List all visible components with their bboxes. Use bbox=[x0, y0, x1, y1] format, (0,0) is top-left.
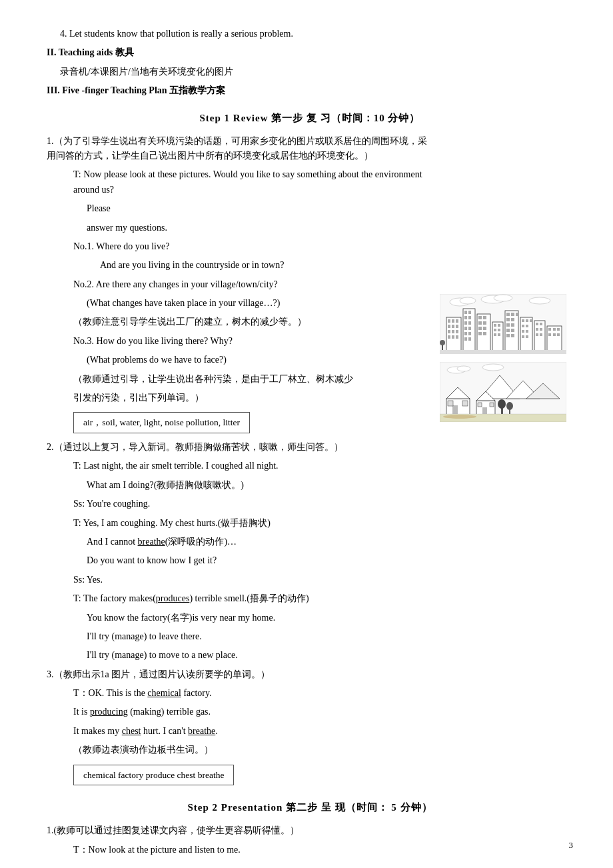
svg-rect-61 bbox=[522, 319, 524, 322]
svg-rect-73 bbox=[536, 328, 538, 331]
chest-underline: chest bbox=[122, 726, 141, 736]
svg-rect-38 bbox=[483, 327, 486, 330]
svg-point-105 bbox=[498, 399, 506, 409]
svg-rect-62 bbox=[526, 319, 528, 322]
svg-rect-13 bbox=[448, 330, 450, 333]
ss-coughing-line: Ss: You're coughing. bbox=[73, 497, 573, 511]
svg-rect-68 bbox=[522, 335, 524, 338]
svg-rect-72 bbox=[540, 323, 542, 325]
village-image bbox=[440, 362, 566, 422]
svg-rect-96 bbox=[452, 405, 458, 415]
please-line: Please bbox=[87, 201, 573, 216]
svg-rect-98 bbox=[462, 401, 468, 406]
svg-rect-11 bbox=[452, 325, 454, 328]
t-yes-line: T: Yes, I am coughing. My chest hurts.(做… bbox=[73, 516, 573, 531]
svg-rect-8 bbox=[452, 319, 454, 323]
svg-rect-30 bbox=[464, 337, 467, 341]
t-factory-line: T: The factory makes(produces) terrible … bbox=[73, 591, 573, 606]
svg-rect-44 bbox=[494, 329, 496, 331]
svg-rect-28 bbox=[464, 332, 467, 335]
svg-rect-37 bbox=[478, 327, 482, 330]
svg-rect-12 bbox=[456, 325, 458, 328]
svg-rect-60 bbox=[520, 317, 532, 351]
svg-rect-84 bbox=[440, 350, 566, 354]
svg-rect-103 bbox=[490, 403, 494, 407]
svg-rect-58 bbox=[506, 334, 510, 337]
item2-cn: 2.（通过以上复习，导入新词。教师捂胸做痛苦状，咳嗽，师生问答。） bbox=[47, 440, 573, 455]
svg-point-89 bbox=[457, 366, 470, 371]
svg-rect-21 bbox=[468, 311, 471, 314]
svg-rect-102 bbox=[478, 403, 482, 407]
produces-underline: produces bbox=[156, 593, 190, 603]
t-lastnight-line: T: Last night, the air smelt terrible. I… bbox=[73, 459, 573, 473]
svg-rect-56 bbox=[506, 329, 510, 332]
svg-rect-65 bbox=[526, 325, 528, 327]
svg-rect-31 bbox=[468, 337, 471, 341]
svg-rect-76 bbox=[540, 333, 542, 336]
svg-rect-75 bbox=[536, 333, 538, 336]
svg-rect-51 bbox=[516, 313, 518, 316]
svg-rect-82 bbox=[553, 333, 556, 336]
t-ok-line: T：OK. This is the chemical factory. bbox=[73, 686, 573, 701]
svg-rect-25 bbox=[468, 321, 471, 325]
you-know-line: You know the factory(名字)is very near my … bbox=[87, 611, 573, 625]
section3-header: III. Five -finger Teaching Plan 五指教学方案 bbox=[47, 83, 573, 98]
page-number: 3 bbox=[569, 840, 574, 851]
item1-step2-cn: 1.(教师可以通过挂图复述课文内容，使学生更容易听得懂。） bbox=[47, 823, 573, 838]
producing-underline: producing bbox=[90, 707, 128, 717]
svg-rect-23 bbox=[468, 316, 471, 319]
svg-rect-74 bbox=[540, 328, 542, 331]
ill-try1-line: I'll try (manage) to leave there. bbox=[87, 629, 573, 644]
breathe2-underline: breathe bbox=[188, 726, 215, 736]
svg-point-109 bbox=[443, 415, 476, 419]
svg-rect-97 bbox=[448, 401, 453, 406]
page-content: 3 4. Let students know that pollution is… bbox=[47, 27, 573, 857]
svg-rect-24 bbox=[464, 321, 467, 325]
breathe-underline: breathe bbox=[138, 537, 165, 547]
svg-rect-46 bbox=[494, 333, 496, 336]
no1-line: No.1. Where do you live? bbox=[73, 239, 573, 254]
answer-line: answer my questions. bbox=[87, 221, 573, 235]
it-makes-line: It makes my chest hurt. I can't breathe. bbox=[73, 724, 573, 739]
svg-rect-9 bbox=[456, 319, 458, 323]
svg-rect-33 bbox=[478, 316, 482, 319]
section2-header: II. Teaching aids 教具 bbox=[47, 45, 573, 60]
svg-rect-17 bbox=[452, 335, 454, 339]
svg-rect-15 bbox=[456, 330, 458, 333]
svg-rect-67 bbox=[526, 330, 528, 333]
no2-line: No.2. Are there any changes in your vill… bbox=[73, 277, 573, 292]
svg-rect-40 bbox=[483, 332, 486, 335]
svg-rect-42 bbox=[494, 324, 496, 327]
svg-rect-27 bbox=[468, 327, 471, 330]
svg-rect-45 bbox=[498, 329, 500, 331]
svg-rect-18 bbox=[456, 335, 458, 339]
svg-rect-57 bbox=[511, 329, 514, 332]
svg-point-4 bbox=[494, 295, 512, 301]
and-cannot-line: And I cannot breathe(深呼吸的动作)… bbox=[87, 535, 573, 549]
step1-header: Step 1 Review 第一步 复 习（时间：10 分钟） bbox=[47, 112, 573, 125]
svg-rect-22 bbox=[464, 316, 467, 319]
svg-rect-29 bbox=[468, 332, 471, 335]
svg-rect-34 bbox=[483, 316, 486, 319]
it-is-producing-line: It is producing (making) terrible gas. bbox=[73, 705, 573, 719]
svg-rect-52 bbox=[506, 318, 510, 321]
svg-point-90 bbox=[482, 364, 504, 371]
and-are-line: And are you living in the countryside or… bbox=[100, 258, 573, 273]
svg-rect-59 bbox=[511, 334, 514, 337]
item3-cn: 3.（教师出示1a 图片，通过图片认读所要学的单词。） bbox=[47, 667, 573, 682]
svg-rect-39 bbox=[478, 332, 482, 335]
svg-point-107 bbox=[506, 402, 513, 410]
item1-cn: 1.（为了引导学生说出有关环境污染的话题，可用家乡变化的图片或联系居住的周围环境… bbox=[47, 134, 573, 164]
t-now-look-line: T：Now look at the picture and listen to … bbox=[73, 843, 573, 857]
illustrations bbox=[440, 294, 573, 430]
chemical-underline: chemical bbox=[147, 688, 181, 698]
svg-rect-35 bbox=[478, 321, 482, 325]
svg-rect-79 bbox=[553, 328, 556, 331]
svg-rect-66 bbox=[522, 330, 524, 333]
city-image bbox=[440, 294, 566, 354]
svg-rect-26 bbox=[464, 327, 467, 330]
vocab-box2: chemical factory produce chest breathe bbox=[47, 762, 573, 789]
svg-rect-78 bbox=[548, 328, 551, 331]
svg-rect-49 bbox=[506, 313, 510, 316]
step2-header: Step 2 Presentation 第二步 呈 现（时间： 5 分钟） bbox=[47, 801, 573, 814]
